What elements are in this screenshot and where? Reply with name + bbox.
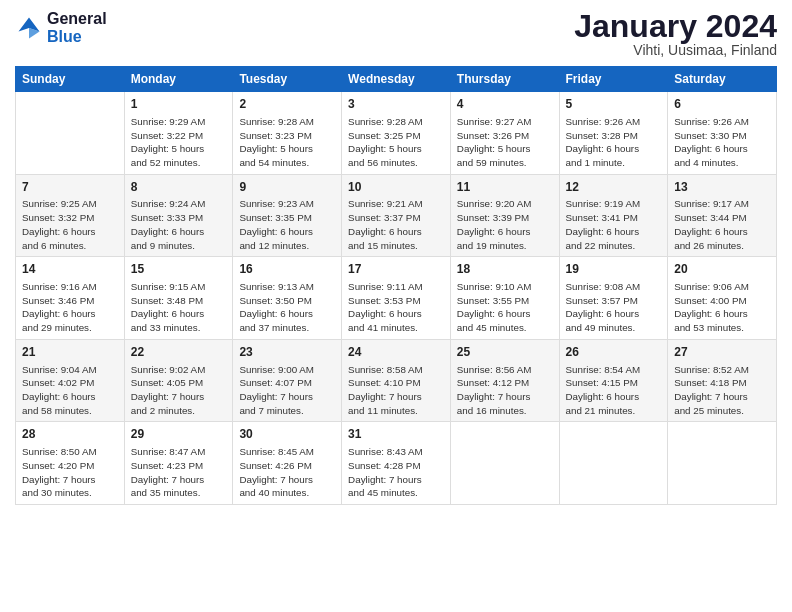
- cell-date: 25: [457, 344, 553, 361]
- week-row-2: 7Sunrise: 9:25 AM Sunset: 3:32 PM Daylig…: [16, 174, 777, 257]
- cell-date: 2: [239, 96, 335, 113]
- title-block: January 2024 Vihti, Uusimaa, Finland: [574, 10, 777, 58]
- calendar-cell: 19Sunrise: 9:08 AM Sunset: 3:57 PM Dayli…: [559, 257, 668, 340]
- cell-date: 7: [22, 179, 118, 196]
- calendar-cell: 17Sunrise: 9:11 AM Sunset: 3:53 PM Dayli…: [342, 257, 451, 340]
- cell-date: 16: [239, 261, 335, 278]
- cell-date: 13: [674, 179, 770, 196]
- cell-date: 8: [131, 179, 227, 196]
- cell-date: 17: [348, 261, 444, 278]
- header-row: SundayMondayTuesdayWednesdayThursdayFrid…: [16, 67, 777, 92]
- col-header-monday: Monday: [124, 67, 233, 92]
- cell-info: Sunrise: 8:58 AM Sunset: 4:10 PM Dayligh…: [348, 363, 444, 418]
- cell-info: Sunrise: 8:50 AM Sunset: 4:20 PM Dayligh…: [22, 445, 118, 500]
- col-header-tuesday: Tuesday: [233, 67, 342, 92]
- cell-info: Sunrise: 8:43 AM Sunset: 4:28 PM Dayligh…: [348, 445, 444, 500]
- cell-info: Sunrise: 8:56 AM Sunset: 4:12 PM Dayligh…: [457, 363, 553, 418]
- cell-date: 10: [348, 179, 444, 196]
- cell-info: Sunrise: 9:04 AM Sunset: 4:02 PM Dayligh…: [22, 363, 118, 418]
- cell-info: Sunrise: 8:52 AM Sunset: 4:18 PM Dayligh…: [674, 363, 770, 418]
- cell-info: Sunrise: 8:47 AM Sunset: 4:23 PM Dayligh…: [131, 445, 227, 500]
- cell-date: 9: [239, 179, 335, 196]
- subtitle: Vihti, Uusimaa, Finland: [574, 42, 777, 58]
- col-header-saturday: Saturday: [668, 67, 777, 92]
- calendar-cell: 22Sunrise: 9:02 AM Sunset: 4:05 PM Dayli…: [124, 339, 233, 422]
- calendar-cell: 26Sunrise: 8:54 AM Sunset: 4:15 PM Dayli…: [559, 339, 668, 422]
- cell-date: 23: [239, 344, 335, 361]
- cell-date: 11: [457, 179, 553, 196]
- cell-date: 22: [131, 344, 227, 361]
- cell-date: 21: [22, 344, 118, 361]
- month-title: January 2024: [574, 10, 777, 42]
- cell-date: 29: [131, 426, 227, 443]
- week-row-3: 14Sunrise: 9:16 AM Sunset: 3:46 PM Dayli…: [16, 257, 777, 340]
- cell-info: Sunrise: 9:16 AM Sunset: 3:46 PM Dayligh…: [22, 280, 118, 335]
- cell-info: Sunrise: 9:08 AM Sunset: 3:57 PM Dayligh…: [566, 280, 662, 335]
- calendar-cell: 18Sunrise: 9:10 AM Sunset: 3:55 PM Dayli…: [450, 257, 559, 340]
- cell-date: 18: [457, 261, 553, 278]
- week-row-5: 28Sunrise: 8:50 AM Sunset: 4:20 PM Dayli…: [16, 422, 777, 505]
- calendar-cell: 31Sunrise: 8:43 AM Sunset: 4:28 PM Dayli…: [342, 422, 451, 505]
- header: General Blue January 2024 Vihti, Uusimaa…: [15, 10, 777, 58]
- calendar-cell: [668, 422, 777, 505]
- cell-info: Sunrise: 9:17 AM Sunset: 3:44 PM Dayligh…: [674, 197, 770, 252]
- calendar-cell: [16, 92, 125, 175]
- cell-date: 6: [674, 96, 770, 113]
- logo-icon: [15, 14, 43, 42]
- cell-date: 14: [22, 261, 118, 278]
- cell-date: 30: [239, 426, 335, 443]
- cell-info: Sunrise: 9:28 AM Sunset: 3:25 PM Dayligh…: [348, 115, 444, 170]
- cell-info: Sunrise: 9:23 AM Sunset: 3:35 PM Dayligh…: [239, 197, 335, 252]
- logo-text: General Blue: [47, 10, 107, 45]
- calendar-cell: 3Sunrise: 9:28 AM Sunset: 3:25 PM Daylig…: [342, 92, 451, 175]
- cell-info: Sunrise: 9:28 AM Sunset: 3:23 PM Dayligh…: [239, 115, 335, 170]
- calendar-cell: 27Sunrise: 8:52 AM Sunset: 4:18 PM Dayli…: [668, 339, 777, 422]
- cell-info: Sunrise: 9:19 AM Sunset: 3:41 PM Dayligh…: [566, 197, 662, 252]
- page-container: General Blue January 2024 Vihti, Uusimaa…: [0, 0, 792, 515]
- calendar-cell: 21Sunrise: 9:04 AM Sunset: 4:02 PM Dayli…: [16, 339, 125, 422]
- col-header-sunday: Sunday: [16, 67, 125, 92]
- cell-date: 15: [131, 261, 227, 278]
- calendar-cell: 24Sunrise: 8:58 AM Sunset: 4:10 PM Dayli…: [342, 339, 451, 422]
- cell-date: 5: [566, 96, 662, 113]
- cell-date: 1: [131, 96, 227, 113]
- cell-info: Sunrise: 9:02 AM Sunset: 4:05 PM Dayligh…: [131, 363, 227, 418]
- calendar-cell: [559, 422, 668, 505]
- calendar-cell: 15Sunrise: 9:15 AM Sunset: 3:48 PM Dayli…: [124, 257, 233, 340]
- calendar-cell: 6Sunrise: 9:26 AM Sunset: 3:30 PM Daylig…: [668, 92, 777, 175]
- cell-info: Sunrise: 9:06 AM Sunset: 4:00 PM Dayligh…: [674, 280, 770, 335]
- calendar-cell: 7Sunrise: 9:25 AM Sunset: 3:32 PM Daylig…: [16, 174, 125, 257]
- cell-info: Sunrise: 9:13 AM Sunset: 3:50 PM Dayligh…: [239, 280, 335, 335]
- cell-info: Sunrise: 9:26 AM Sunset: 3:30 PM Dayligh…: [674, 115, 770, 170]
- cell-info: Sunrise: 9:10 AM Sunset: 3:55 PM Dayligh…: [457, 280, 553, 335]
- week-row-1: 1Sunrise: 9:29 AM Sunset: 3:22 PM Daylig…: [16, 92, 777, 175]
- cell-date: 3: [348, 96, 444, 113]
- calendar-cell: 14Sunrise: 9:16 AM Sunset: 3:46 PM Dayli…: [16, 257, 125, 340]
- col-header-wednesday: Wednesday: [342, 67, 451, 92]
- cell-date: 20: [674, 261, 770, 278]
- calendar-cell: [450, 422, 559, 505]
- calendar-cell: 2Sunrise: 9:28 AM Sunset: 3:23 PM Daylig…: [233, 92, 342, 175]
- cell-info: Sunrise: 9:29 AM Sunset: 3:22 PM Dayligh…: [131, 115, 227, 170]
- cell-info: Sunrise: 9:26 AM Sunset: 3:28 PM Dayligh…: [566, 115, 662, 170]
- cell-date: 4: [457, 96, 553, 113]
- calendar-cell: 11Sunrise: 9:20 AM Sunset: 3:39 PM Dayli…: [450, 174, 559, 257]
- cell-info: Sunrise: 9:25 AM Sunset: 3:32 PM Dayligh…: [22, 197, 118, 252]
- cell-date: 28: [22, 426, 118, 443]
- calendar-cell: 10Sunrise: 9:21 AM Sunset: 3:37 PM Dayli…: [342, 174, 451, 257]
- calendar-cell: 30Sunrise: 8:45 AM Sunset: 4:26 PM Dayli…: [233, 422, 342, 505]
- cell-info: Sunrise: 9:27 AM Sunset: 3:26 PM Dayligh…: [457, 115, 553, 170]
- calendar-cell: 28Sunrise: 8:50 AM Sunset: 4:20 PM Dayli…: [16, 422, 125, 505]
- calendar-cell: 25Sunrise: 8:56 AM Sunset: 4:12 PM Dayli…: [450, 339, 559, 422]
- week-row-4: 21Sunrise: 9:04 AM Sunset: 4:02 PM Dayli…: [16, 339, 777, 422]
- cell-info: Sunrise: 9:20 AM Sunset: 3:39 PM Dayligh…: [457, 197, 553, 252]
- col-header-friday: Friday: [559, 67, 668, 92]
- cell-info: Sunrise: 9:11 AM Sunset: 3:53 PM Dayligh…: [348, 280, 444, 335]
- calendar-cell: 12Sunrise: 9:19 AM Sunset: 3:41 PM Dayli…: [559, 174, 668, 257]
- calendar-cell: 13Sunrise: 9:17 AM Sunset: 3:44 PM Dayli…: [668, 174, 777, 257]
- calendar-cell: 1Sunrise: 9:29 AM Sunset: 3:22 PM Daylig…: [124, 92, 233, 175]
- calendar-cell: 23Sunrise: 9:00 AM Sunset: 4:07 PM Dayli…: [233, 339, 342, 422]
- cell-info: Sunrise: 9:21 AM Sunset: 3:37 PM Dayligh…: [348, 197, 444, 252]
- calendar-cell: 16Sunrise: 9:13 AM Sunset: 3:50 PM Dayli…: [233, 257, 342, 340]
- cell-date: 27: [674, 344, 770, 361]
